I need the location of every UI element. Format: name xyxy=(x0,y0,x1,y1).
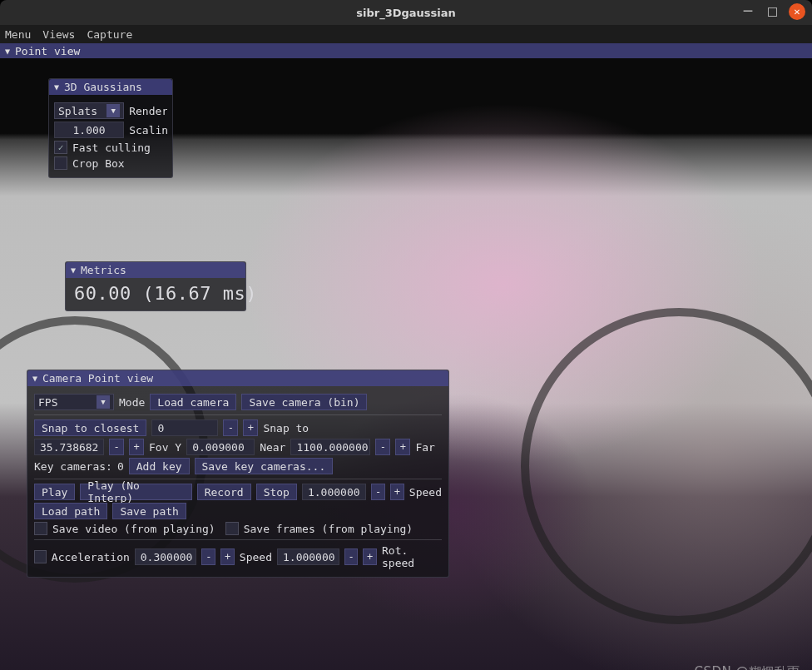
snap-index-input[interactable]: 0 xyxy=(151,419,218,436)
window-maximize-icon[interactable] xyxy=(768,7,777,17)
metrics-readout: 60.00 (16.67 ms) xyxy=(66,278,245,310)
speed2-plus-button[interactable]: + xyxy=(363,548,377,565)
menu-item-views[interactable]: Views xyxy=(42,28,75,41)
far-input[interactable]: 1100.000000 xyxy=(290,439,370,455)
menubar: Menu Views Capture xyxy=(0,25,812,43)
chevron-down-icon: ▼ xyxy=(5,47,10,56)
camera-mode-value: FPS xyxy=(38,396,57,409)
stop-button[interactable]: Stop xyxy=(256,484,297,500)
chevron-down-icon: ▼ xyxy=(71,266,76,275)
save-camera-button[interactable]: Save camera (bin) xyxy=(241,394,367,410)
scaling-input[interactable]: 1.000 xyxy=(54,122,124,138)
save-key-cameras-button[interactable]: Save key cameras... xyxy=(195,458,334,474)
camera-mode-label: Mode xyxy=(119,396,145,409)
panel-title: Metrics xyxy=(81,264,126,276)
pointview-title: Point view xyxy=(15,45,80,57)
panel-title: 3D Gaussians xyxy=(64,81,142,93)
render-mode-value: Splats xyxy=(58,105,97,117)
fast-culling-label: Fast culling xyxy=(72,141,151,154)
play-button[interactable]: Play xyxy=(34,484,75,500)
acceleration-label: Acceleration xyxy=(52,551,130,563)
render-viewport[interactable]: ▼ 3D Gaussians Splats ▼ Render 1.000 Sca… xyxy=(0,58,812,670)
fps-value: 60.00 xyxy=(74,283,131,304)
window-titlebar: sibr_3Dgaussian xyxy=(0,0,812,25)
save-video-label: Save video (from playing) xyxy=(52,523,215,535)
panel-header-metrics[interactable]: ▼ Metrics xyxy=(66,262,245,278)
far-label: Far xyxy=(415,441,434,454)
panel-camera-point-view: ▼ Camera Point view FPS ▼ Mode Load came… xyxy=(27,370,449,578)
acceleration-minus-button[interactable]: - xyxy=(201,548,215,565)
fovy-input[interactable]: 35.738682 xyxy=(34,439,104,455)
key-cameras-count: 0 xyxy=(117,460,124,473)
panel-header-3d-gaussians[interactable]: ▼ 3D Gaussians xyxy=(49,79,172,95)
play-speed-input[interactable]: 1.000000 xyxy=(302,484,366,500)
add-key-button[interactable]: Add key xyxy=(129,458,190,474)
panel-title: Camera Point view xyxy=(42,372,153,385)
near-input[interactable]: 0.009000 xyxy=(186,439,255,455)
panel-3d-gaussians: ▼ 3D Gaussians Splats ▼ Render 1.000 Sca… xyxy=(48,78,173,178)
panel-header-camera[interactable]: ▼ Camera Point view xyxy=(27,370,448,386)
near-label: Near xyxy=(260,441,285,454)
speed2-label: Speed xyxy=(240,551,272,563)
render-mode-combo[interactable]: Splats ▼ xyxy=(54,102,124,119)
panel-metrics: ▼ Metrics 60.00 (16.67 ms) xyxy=(65,261,246,311)
load-camera-button[interactable]: Load camera xyxy=(150,394,236,410)
camera-mode-combo[interactable]: FPS ▼ xyxy=(34,394,114,410)
acceleration-checkbox[interactable] xyxy=(34,550,47,563)
window-minimize-icon[interactable] xyxy=(740,3,756,20)
chevron-down-icon: ▼ xyxy=(106,104,120,117)
watermark-text: CSDN @糊烟乱雨 xyxy=(694,664,800,670)
speed2-minus-button[interactable]: - xyxy=(344,548,359,565)
play-speed-label: Speed xyxy=(409,486,442,499)
acceleration-input[interactable]: 0.300000 xyxy=(135,548,197,565)
fovy-label: Fov Y xyxy=(149,441,181,454)
snap-to-label: Snap to xyxy=(263,422,309,434)
speed2-input[interactable]: 1.000000 xyxy=(277,548,339,565)
snap-to-closest-button[interactable]: Snap to closest xyxy=(34,419,146,436)
crop-box-checkbox[interactable] xyxy=(54,156,67,170)
save-frames-label: Save frames (from playing) xyxy=(244,523,413,535)
load-path-button[interactable]: Load path xyxy=(34,503,107,519)
pointview-header[interactable]: ▼ Point view xyxy=(0,43,812,58)
fovy-plus-button[interactable]: + xyxy=(129,439,144,455)
menu-item-menu[interactable]: Menu xyxy=(5,28,31,41)
chevron-down-icon: ▼ xyxy=(32,374,37,383)
scaling-label: Scalin xyxy=(129,124,167,136)
key-cameras-label: Key cameras: xyxy=(34,460,112,473)
fovy-minus-button[interactable]: - xyxy=(109,439,124,455)
window-close-icon[interactable] xyxy=(789,3,805,20)
chevron-down-icon: ▼ xyxy=(54,82,59,92)
save-frames-checkbox[interactable] xyxy=(225,522,239,535)
play-speed-plus-button[interactable]: + xyxy=(390,484,404,500)
save-video-checkbox[interactable] xyxy=(34,522,47,535)
far-minus-button[interactable]: - xyxy=(375,439,390,455)
play-no-interp-button[interactable]: Play (No Interp) xyxy=(80,484,191,500)
window-title: sibr_3Dgaussian xyxy=(356,7,456,19)
crop-box-label: Crop Box xyxy=(72,157,125,170)
record-button[interactable]: Record xyxy=(197,484,251,500)
save-path-button[interactable]: Save path xyxy=(112,503,186,519)
chevron-down-icon: ▼ xyxy=(97,395,110,409)
render-mode-label: Render xyxy=(129,105,167,117)
acceleration-plus-button[interactable]: + xyxy=(220,548,235,565)
snap-minus-button[interactable]: - xyxy=(223,419,238,436)
snap-plus-button[interactable]: + xyxy=(243,419,258,436)
frametime-value: (16.67 ms) xyxy=(142,283,256,304)
menu-item-capture[interactable]: Capture xyxy=(87,28,132,41)
rot-speed-label: Rot. speed xyxy=(382,544,442,569)
play-speed-minus-button[interactable]: - xyxy=(371,484,385,500)
far-plus-button[interactable]: + xyxy=(395,439,410,455)
fast-culling-checkbox[interactable]: ✓ xyxy=(54,141,67,154)
